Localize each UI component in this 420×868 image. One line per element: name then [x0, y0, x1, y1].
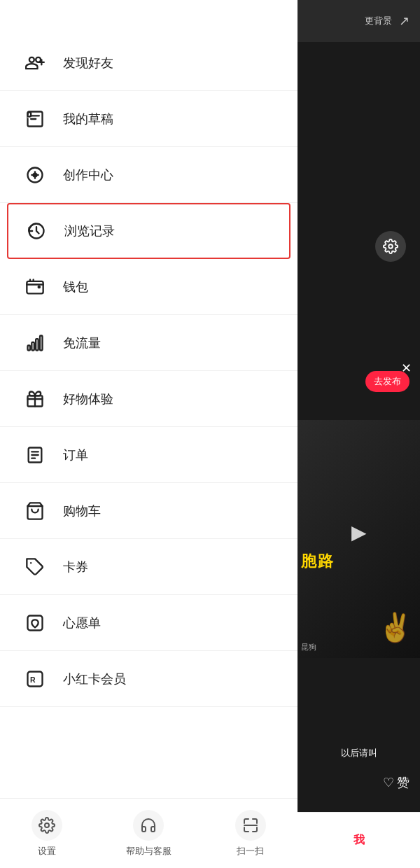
help-label: 帮助与客服 — [126, 845, 172, 858]
order-icon — [21, 441, 49, 469]
coupon-icon — [21, 553, 49, 581]
menu-label-my-drafts: 我的草稿 — [63, 111, 113, 127]
menu-item-orders[interactable]: 订单 — [0, 427, 298, 483]
svg-rect-11 — [28, 345, 31, 350]
menu-item-find-friends[interactable]: 发现好友 — [0, 35, 298, 91]
add-user-icon — [21, 49, 49, 77]
share-icon[interactable]: ↗ — [399, 13, 410, 29]
gear-icon — [38, 817, 55, 834]
svg-rect-4 — [28, 112, 31, 116]
menu-item-wishlist[interactable]: 心愿单 — [0, 595, 298, 651]
bottom-action-scan[interactable]: 扫一扫 — [235, 810, 266, 858]
svg-point-0 — [388, 244, 393, 248]
like-area[interactable]: ♡ 赞 — [383, 774, 410, 791]
menu-label-wallet: 钱包 — [63, 279, 88, 295]
bottom-action-help[interactable]: 帮助与客服 — [126, 810, 172, 858]
gift-icon — [21, 385, 49, 413]
vip-icon: R — [21, 665, 49, 693]
menu-item-good-experience[interactable]: 好物体验 — [0, 371, 298, 427]
menu-label-wishlist: 心愿单 — [63, 615, 101, 631]
menu-label-creation-center: 创作中心 — [63, 167, 113, 183]
signal-icon — [21, 329, 49, 357]
background-text: 更背景 — [365, 15, 392, 27]
svg-rect-13 — [36, 339, 38, 350]
svg-point-27 — [45, 823, 49, 827]
scan-label: 扫一扫 — [237, 845, 264, 858]
video-thumbnail[interactable]: ▶ 胞路 ✌ 昆狗 — [298, 420, 420, 658]
scan-icon — [242, 817, 259, 834]
menu-item-vip[interactable]: R 小红卡会员 — [0, 651, 298, 707]
scan-icon-wrapper — [235, 810, 266, 841]
headset-icon — [140, 817, 157, 834]
menu-item-free-data[interactable]: 免流量 — [0, 315, 298, 371]
video-overlay-text: 胞路 — [301, 551, 335, 572]
svg-text:R: R — [30, 675, 36, 683]
video-tag: 昆狗 — [301, 642, 316, 652]
left-menu-panel: 发现好友 我的草稿 — [0, 0, 298, 868]
headset-icon-wrapper — [133, 810, 164, 841]
menu-item-wallet[interactable]: 钱包 — [0, 259, 298, 315]
right-gear-button[interactable] — [375, 231, 406, 262]
wishlist-icon — [21, 609, 49, 637]
menu-label-coupons: 卡券 — [63, 559, 88, 575]
video-hand-graphic: ✌ — [378, 611, 413, 644]
menu-item-creation-center[interactable]: 创作中心 — [0, 147, 298, 203]
publish-button[interactable]: 去发布 — [365, 371, 410, 392]
right-bottom-label: 以后请叫 — [298, 747, 420, 760]
menu-list: 发现好友 我的草稿 — [0, 0, 298, 707]
draft-icon — [21, 105, 49, 133]
wallet-icon — [21, 273, 49, 301]
menu-label-shopping-cart: 购物车 — [63, 503, 101, 519]
svg-rect-10 — [27, 281, 43, 293]
settings-icon-wrapper — [31, 810, 62, 841]
play-icon: ▶ — [351, 521, 367, 544]
bottom-action-bar: 设置 帮助与客服 扫一扫 — [0, 798, 298, 868]
heart-icon: ♡ — [383, 775, 394, 790]
menu-item-my-drafts[interactable]: 我的草稿 — [0, 91, 298, 147]
menu-item-browse-history[interactable]: 浏览记录 — [7, 203, 290, 259]
bottom-action-settings[interactable]: 设置 — [31, 810, 62, 858]
menu-label-find-friends: 发现好友 — [63, 55, 113, 71]
nav-tab-me[interactable]: 我 — [298, 812, 420, 868]
menu-item-shopping-cart[interactable]: 购物车 — [0, 483, 298, 539]
cart-icon — [21, 497, 49, 525]
svg-rect-14 — [40, 335, 43, 350]
nav-me-label: 我 — [354, 833, 365, 848]
settings-label: 设置 — [38, 845, 56, 858]
menu-item-coupons[interactable]: 卡券 — [0, 539, 298, 595]
menu-label-vip: 小红卡会员 — [63, 671, 126, 687]
right-top-bar: 更背景 ↗ — [298, 0, 420, 42]
menu-label-good-experience: 好物体验 — [63, 391, 113, 407]
creation-icon — [21, 161, 49, 189]
menu-label-orders: 订单 — [63, 447, 88, 463]
menu-label-browse-history: 浏览记录 — [64, 223, 115, 239]
history-icon — [22, 217, 50, 245]
svg-point-8 — [34, 173, 37, 176]
svg-rect-12 — [31, 342, 34, 350]
menu-label-free-data: 免流量 — [63, 335, 101, 351]
like-label: 赞 — [397, 774, 410, 791]
